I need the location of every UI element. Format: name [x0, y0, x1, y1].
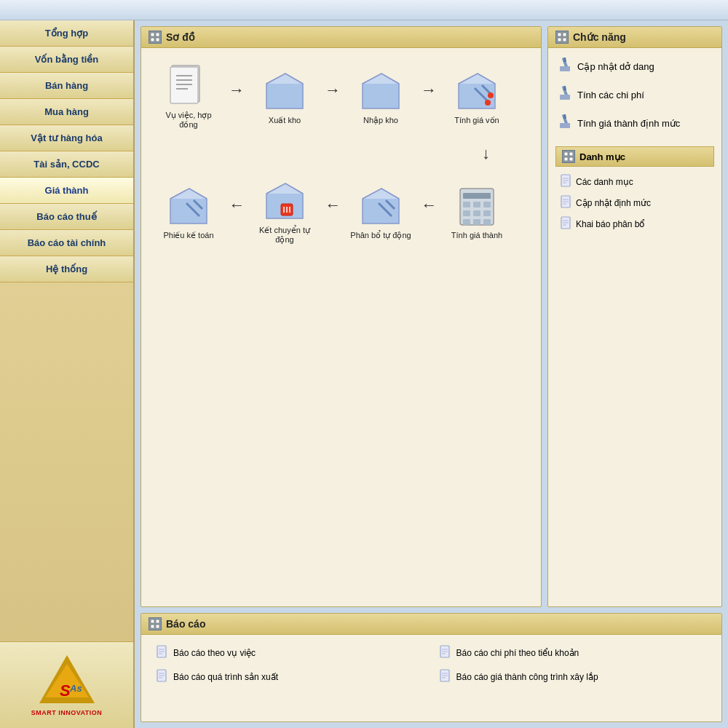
tool-icon-3 — [558, 114, 571, 132]
svg-rect-53 — [569, 157, 573, 161]
bao-cao-item-3[interactable]: Báo cáo quá trình sản xuất — [156, 669, 424, 684]
svg-rect-38 — [563, 33, 566, 36]
flow-label-phan-bo: Phân bổ tự động — [350, 231, 411, 240]
chuc-nang-title: Chức năng — [573, 31, 626, 43]
sidebar-item-gia-thanh[interactable]: Giá thành — [0, 178, 133, 204]
main-layout: Tổng hợpVốn bằng tiềnBán hàngMua hàngVật… — [0, 20, 728, 728]
flow-label-nhap-kho: Nhập kho — [363, 116, 398, 125]
danh-muc-item-3[interactable]: Khai báo phân bổ — [555, 213, 714, 234]
danh-muc-label-1: Các danh mục — [576, 177, 633, 187]
flow-label-xuat-kho: Xuất kho — [269, 116, 301, 125]
danh-muc-title: Danh mục — [579, 151, 625, 162]
chuc-nang-item-2[interactable]: Tính các chi phí — [555, 84, 714, 106]
flow-item-nhap-kho[interactable]: Nhập kho — [348, 68, 414, 125]
danh-muc-icon — [562, 150, 575, 163]
danh-muc-doc-icon-1 — [560, 174, 571, 189]
svg-rect-22 — [483, 202, 491, 207]
bao-cao-label-3: Báo cáo quá trình sản xuất — [173, 672, 278, 682]
svg-rect-67 — [156, 620, 159, 623]
arrow-r2-3: → — [229, 196, 245, 215]
flow-item-ket-chuyen[interactable]: Kết chuyển tựđộng — [252, 178, 317, 245]
bao-cao-content: Báo cáo theo vụ việc Báo cáo chi phí the… — [141, 635, 721, 695]
svg-point-16 — [485, 100, 491, 106]
flow-item-xuat-kho[interactable]: Xuất kho — [252, 68, 317, 125]
arrow-2: → — [325, 81, 341, 100]
so-do-panel: Sơ đồ — [141, 26, 542, 607]
bao-cao-item-4[interactable]: Báo cáo giá thành công trình xây lắp — [439, 669, 708, 684]
flow-item-tinh-gia-von[interactable]: Tính giá vốn — [444, 68, 510, 125]
svg-rect-4 — [151, 33, 154, 36]
danh-muc-doc-icon-3 — [560, 216, 571, 232]
bao-cao-header: Báo cáo — [141, 614, 721, 635]
bao-cao-item-2[interactable]: Báo cáo chi phí theo tiểu khoản — [439, 645, 708, 660]
svg-rect-9 — [170, 67, 198, 103]
top-bar — [0, 0, 728, 20]
svg-text:S: S — [60, 681, 71, 700]
arrow-3: → — [421, 81, 437, 100]
sidebar-item-tai-san-ccdc[interactable]: Tài sản, CCDC — [0, 151, 133, 178]
flow-item-phieu-ke-toan[interactable]: Phiếu kế toán — [156, 183, 221, 240]
danh-muc-label-2: Cập nhật định mức — [576, 198, 651, 208]
content-area: Sơ đồ — [135, 20, 728, 728]
flow-label-ket-chuyen: Kết chuyển tựđộng — [259, 226, 310, 245]
sidebar-item-tong-hop[interactable]: Tổng hợp — [0, 20, 133, 47]
svg-rect-45 — [560, 95, 570, 100]
flow-item-vu-viec[interactable]: Vụ việc, hợpđồng — [156, 63, 221, 130]
danh-muc-doc-icon-2 — [560, 195, 571, 210]
sidebar: Tổng hợpVốn bằng tiềnBán hàngMua hàngVật… — [0, 20, 135, 728]
so-do-content: Vụ việc, hợpđồng → Xuất kho → — [141, 48, 541, 252]
bao-cao-label-4: Báo cáo giá thành công trình xây lắp — [456, 672, 598, 682]
sidebar-item-von-bang-tien[interactable]: Vốn bằng tiền — [0, 47, 133, 73]
flow-item-tinh-gia-thanh[interactable]: Tính giá thành — [444, 183, 510, 240]
chuc-nang-label-3: Tính giá thành định mức — [577, 118, 680, 129]
bao-cao-item-1[interactable]: Báo cáo theo vụ việc — [156, 645, 424, 660]
chuc-nang-header: Chức năng — [548, 27, 721, 48]
bao-cao-header-icon — [149, 617, 162, 630]
chuc-nang-label-2: Tính các chi phí — [577, 90, 644, 100]
flow-row-2: Tính giá thành → Phân bổ tự động — [149, 178, 534, 245]
sidebar-item-mua-hang[interactable]: Mua hàng — [0, 99, 133, 125]
arrow-1: → — [229, 81, 245, 100]
bao-cao-doc-icon-3 — [156, 669, 167, 684]
so-do-title: Sơ đồ — [166, 31, 195, 43]
svg-rect-20 — [463, 202, 470, 207]
chuc-nang-item-3[interactable]: Tính giá thành định mức — [555, 112, 714, 135]
chuc-nang-header-icon — [555, 31, 569, 44]
logo-text: SMART INNOVATION — [31, 709, 103, 716]
bao-cao-doc-icon-1 — [156, 645, 167, 660]
svg-rect-6 — [151, 38, 154, 41]
svg-rect-28 — [483, 219, 491, 225]
chuc-nang-label-1: Cập nhật dở dang — [577, 61, 654, 72]
svg-rect-39 — [558, 38, 561, 41]
danh-muc-label-3: Khai báo phân bổ — [576, 219, 644, 229]
flow-label-tinh-gia-von: Tính giá vốn — [454, 116, 499, 125]
flow-row-1: Vụ việc, hợpđồng → Xuất kho → — [149, 63, 534, 130]
svg-rect-66 — [151, 620, 154, 623]
danh-muc-item-1[interactable]: Các danh mục — [555, 171, 714, 192]
svg-rect-21 — [473, 202, 480, 207]
chuc-nang-panel: Chức năng Cập nhật dở dang — [547, 26, 722, 607]
svg-rect-52 — [564, 157, 568, 161]
bao-cao-doc-icon-4 — [439, 669, 451, 684]
sidebar-item-ban-hang[interactable]: Bán hàng — [0, 73, 133, 99]
danh-muc-item-2[interactable]: Cập nhật định mức — [555, 192, 714, 213]
svg-point-17 — [488, 92, 494, 98]
arrow-r2-2: → — [325, 196, 341, 215]
arrow-r2-1: → — [421, 196, 437, 215]
sidebar-item-bao-cao-thue[interactable]: Báo cáo thuế — [0, 204, 133, 230]
svg-rect-5 — [156, 33, 159, 36]
svg-rect-7 — [156, 38, 159, 41]
bao-cao-label-2: Báo cáo chi phí theo tiểu khoản — [456, 648, 579, 658]
svg-rect-19 — [463, 193, 491, 199]
sidebar-item-vat-tu-hang-hoa[interactable]: Vật tư hàng hóa — [0, 125, 133, 151]
sidebar-item-he-thong[interactable]: Hệ thống — [0, 256, 133, 282]
svg-rect-40 — [563, 38, 566, 41]
chuc-nang-item-1[interactable]: Cập nhật dở dang — [555, 55, 714, 78]
svg-rect-27 — [473, 219, 480, 225]
so-do-header-icon — [149, 31, 162, 44]
danh-muc-header: Danh mục — [555, 146, 714, 167]
svg-rect-51 — [569, 152, 573, 156]
sidebar-item-bao-cao-tai-chinh[interactable]: Báo cáo tài chính — [0, 230, 133, 256]
flow-item-phan-bo[interactable]: Phân bổ tự động — [348, 183, 414, 240]
flow-label-tinh-gia-thanh: Tính giá thành — [451, 231, 502, 240]
